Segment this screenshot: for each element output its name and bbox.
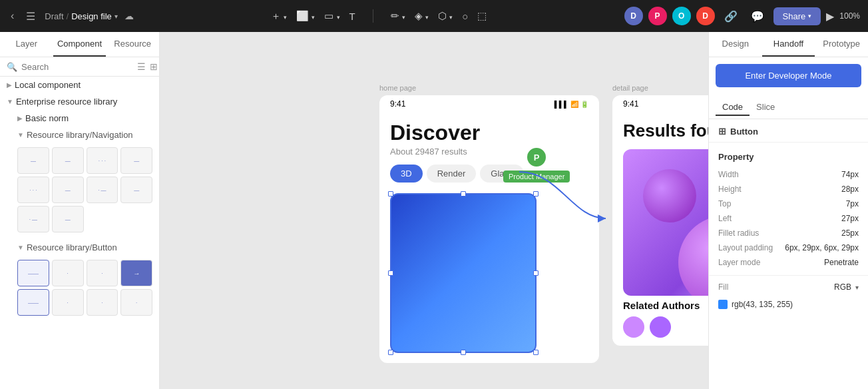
pen-tool-button[interactable]: ✏ ▾: [387, 7, 409, 25]
menu-button[interactable]: ☰: [23, 7, 38, 25]
component-item-3[interactable]: · · ·: [87, 147, 118, 174]
breadcrumb-separator: /: [67, 11, 69, 21]
list-view-button[interactable]: ☰: [137, 61, 146, 72]
component-item-7[interactable]: · —: [87, 177, 118, 203]
link-button[interactable]: 🔗: [720, 7, 742, 25]
breadcrumb: Draft / Design file ▾ ☁: [45, 11, 134, 21]
component-section-header: ⊞ Button: [709, 119, 868, 139]
handle-tm[interactable]: [461, 191, 466, 196]
prop-layer-mode: Layer mode Penetrate: [718, 255, 859, 270]
component-item-2[interactable]: —: [52, 147, 84, 174]
frame-tool-button[interactable]: ⬜ ▾: [292, 7, 319, 25]
button-item-8[interactable]: ·: [120, 289, 152, 316]
share-button[interactable]: Share ▾: [773, 7, 821, 25]
canvas[interactable]: home page detail page 9:41 ▌▌▌ 📶 🔋 Disco…: [160, 32, 708, 389]
component-item-6[interactable]: —: [52, 177, 84, 203]
rect-icon: ▭: [324, 10, 333, 21]
button-item-6[interactable]: ·: [52, 289, 84, 316]
handle-tr[interactable]: [533, 191, 539, 196]
search-icon: 🔍: [7, 62, 17, 72]
sidebar-item-basic-norm[interactable]: ▶ Basic norm: [11, 110, 159, 127]
prop-width: Width 74px: [718, 167, 859, 182]
text-tool-button[interactable]: T: [345, 8, 359, 25]
tab-component[interactable]: Component: [53, 32, 107, 57]
signal-icon: ▌▌▌: [554, 101, 568, 108]
component-grid-icon: ⊞: [718, 126, 726, 137]
slice-tab[interactable]: Slice: [750, 99, 781, 116]
search-input[interactable]: [21, 62, 133, 72]
tab-handoff[interactable]: Handoff: [762, 32, 815, 57]
fill-color-swatch[interactable]: [718, 300, 728, 309]
handle-br[interactable]: [533, 350, 539, 355]
add-tool-button[interactable]: ＋ ▾: [267, 7, 291, 25]
detail-page-label: detail page: [612, 84, 648, 92]
button-item-4[interactable]: →: [120, 260, 152, 286]
dev-mode-button[interactable]: Enter Developer Mode: [716, 64, 861, 87]
button-item-7[interactable]: ·: [87, 289, 118, 316]
button-item-3[interactable]: ·: [87, 260, 118, 286]
prop-fillet-radius: Fillet radius 25px: [718, 226, 859, 240]
handle-bm[interactable]: [461, 350, 466, 355]
ellipse-tool-button[interactable]: ○: [458, 8, 472, 25]
nav-arrow-icon: ▼: [17, 131, 24, 139]
author-avatar-1: [623, 316, 644, 338]
tab-layer[interactable]: Layer: [0, 32, 53, 57]
related-authors-label: Related Authors: [623, 300, 708, 311]
breadcrumb-arrow-icon: ▾: [114, 13, 118, 20]
tab-prototype[interactable]: Prototype: [815, 32, 868, 57]
tool-group-pen: ✏ ▾ ◈ ▾ ⬡ ▾ ○ ⬚: [387, 7, 491, 25]
comment-button[interactable]: 💬: [747, 7, 768, 25]
prop-layout-padding: Layout padding 6px, 29px, 6px, 29px: [718, 240, 859, 255]
component-item-8[interactable]: —: [120, 177, 152, 203]
tool-divider-1: [373, 9, 373, 23]
filter-3d[interactable]: 3D: [390, 165, 423, 183]
button-item-5[interactable]: ——: [17, 289, 49, 316]
component-item-1[interactable]: —: [17, 147, 49, 174]
sidebar-tabs: Layer Component Resource: [0, 32, 159, 57]
code-tab[interactable]: Code: [716, 99, 750, 116]
handle-bl[interactable]: [388, 350, 393, 355]
sidebar-item-local-component[interactable]: ▶ Local component: [0, 77, 159, 93]
shape-tool-button[interactable]: ▭ ▾: [320, 7, 343, 25]
add-component-button[interactable]: ⊞: [150, 61, 158, 72]
handle-ml[interactable]: [388, 270, 393, 276]
tree-arrow-icon: ▶: [7, 81, 12, 89]
button-item-1[interactable]: ——: [17, 260, 49, 286]
frame-icon: ⬜: [296, 10, 309, 21]
component-item-4[interactable]: —: [120, 147, 152, 174]
mask-chevron-icon: ▾: [449, 14, 453, 21]
right-sidebar: Design Handoff Prototype Enter Developer…: [708, 32, 868, 389]
tab-design[interactable]: Design: [709, 32, 762, 57]
share-chevron-icon: ▾: [808, 13, 811, 19]
detail-time: 9:41: [623, 99, 638, 109]
sidebar-item-navigation[interactable]: ▼ Resource library/Navigation: [11, 127, 159, 143]
mask-tool-button[interactable]: ⬡ ▾: [434, 7, 457, 25]
filter-render[interactable]: Render: [427, 165, 477, 183]
canvas-user-avatar: P: [526, 147, 547, 168]
shape-chevron-icon: ▾: [337, 14, 340, 21]
component-item-10[interactable]: —: [52, 206, 84, 232]
back-button[interactable]: ‹: [8, 7, 17, 25]
button-arrow-icon: ▼: [17, 244, 24, 251]
breadcrumb-file[interactable]: Design file ▾: [71, 11, 118, 21]
toolbar-right: D P O D 🔗 💬 Share ▾ ▶ 100%: [624, 7, 860, 25]
prop-top: Top 7px: [718, 196, 859, 211]
component-item-9[interactable]: · —: [17, 206, 49, 232]
zoom-button[interactable]: 100%: [839, 11, 860, 21]
button-item-2[interactable]: ·: [52, 260, 84, 286]
navigation-label: Resource library/Navigation: [27, 130, 133, 140]
play-button[interactable]: ▶: [826, 10, 834, 23]
tab-resource[interactable]: Resource: [106, 32, 159, 57]
component-tool-button[interactable]: ◈ ▾: [411, 7, 433, 25]
handle-tl[interactable]: [388, 191, 393, 196]
toolbar-left: ‹ ☰ Draft / Design file ▾ ☁: [8, 7, 134, 25]
sidebar-content: ▶ Local component ▼ Enterprise resource …: [0, 77, 159, 389]
handle-mr[interactable]: [533, 270, 539, 276]
crop-tool-button[interactable]: ⬚: [473, 7, 491, 25]
sidebar-item-button[interactable]: ▼ Resource library/Button: [11, 239, 159, 256]
toolbar: ‹ ☰ Draft / Design file ▾ ☁ ＋ ▾ ⬜: [0, 0, 868, 32]
sidebar-item-enterprise[interactable]: ▼ Enterprise resource library: [0, 93, 159, 110]
image-card[interactable]: [390, 193, 537, 353]
component-item-5[interactable]: · · ·: [17, 177, 49, 203]
fill-right: RGB ▾: [834, 282, 859, 292]
